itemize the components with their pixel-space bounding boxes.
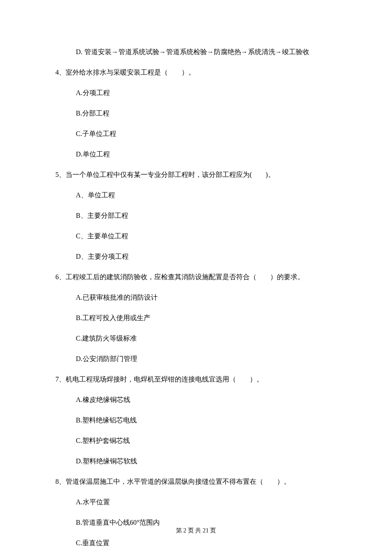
q8-option-a: A.水平位置: [55, 497, 337, 507]
q6-option-b: B.工程可投入使用或生产: [55, 313, 337, 323]
q7-option-d: D.塑料绝缘铜芯软线: [55, 456, 337, 466]
q6-option-a: A.已获审核批准的消防设计: [55, 292, 337, 303]
q4-text: 4、室外给水排水与采暖安装工程是（ ）。: [55, 67, 337, 78]
page-content: D. 管道安装→管道系统试验→管道系统检验→防腐绝热→系统清洗→竣工验收 4、室…: [0, 0, 392, 548]
q5-option-a: A、单位工程: [55, 190, 337, 200]
q4-option-c: C.子单位工程: [55, 129, 337, 139]
q3-option-d: D. 管道安装→管道系统试验→管道系统检验→防腐绝热→系统清洗→竣工验收: [55, 47, 337, 57]
q6-option-c: C.建筑防火等级标准: [55, 333, 337, 344]
q4-option-b: B.分部工程: [55, 108, 337, 119]
page-footer: 第 2 页 共 21 页: [0, 527, 392, 535]
q6-text: 6、工程竣工后的建筑消防验收，应检查其消防设施配置是否符合（ ）的要求。: [55, 272, 337, 282]
q8-option-c: C.垂直位置: [55, 538, 337, 548]
q4-option-d: D.单位工程: [55, 149, 337, 159]
q7-text: 7、机电工程现场焊接时，电焊机至焊钳的连接电线宜选用（ ）。: [55, 374, 337, 384]
q8-text: 8、管道保温层施工中，水平管道的保温层纵向接缝位置不得布置在（ ）。: [55, 477, 337, 487]
q5-text: 5、当一个单位工程中仅有某一专业分部工程时，该分部工程应为( )。: [55, 170, 337, 180]
q6-option-d: D.公安消防部门管理: [55, 354, 337, 364]
q4-option-a: A.分项工程: [55, 88, 337, 98]
q7-option-c: C.塑料护套铜芯线: [55, 436, 337, 446]
q7-option-a: A.橡皮绝缘铜芯线: [55, 395, 337, 405]
q5-option-c: C、主要单位工程: [55, 231, 337, 241]
q5-option-d: D、主要分项工程: [55, 251, 337, 262]
q5-option-b: B、主要分部工程: [55, 211, 337, 221]
q8-option-b: B.管道垂直中心线60°范围内: [55, 517, 337, 528]
q7-option-b: B.塑料绝缘铝芯电线: [55, 415, 337, 425]
